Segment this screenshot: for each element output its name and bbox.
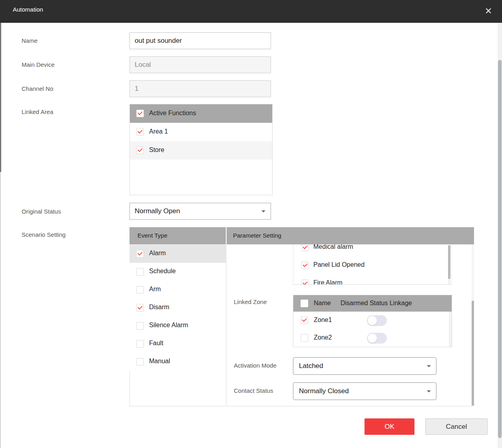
scenario-setting-label: Scenario Setting xyxy=(22,231,66,238)
zone-name-column-label: Name xyxy=(314,300,331,307)
original-status-value: Normally Open xyxy=(135,207,180,215)
scrollbar-thumb[interactable] xyxy=(472,301,474,406)
contact-status-value: Normally Closed xyxy=(299,387,349,395)
checkbox-checked-icon[interactable] xyxy=(136,110,144,117)
toggle-off[interactable] xyxy=(367,333,387,344)
linked-area-header-row[interactable]: Active Functions xyxy=(130,104,272,123)
event-label: Silence Alarm xyxy=(149,322,188,329)
parameter-setting-header-label: Parameter Setting xyxy=(233,232,281,239)
checkbox-icon[interactable] xyxy=(136,268,144,276)
zone-row[interactable]: Zone2 xyxy=(293,329,452,347)
dialog-header: Automation ✕ xyxy=(0,0,502,23)
alarm-option-row[interactable]: Medical alarm xyxy=(293,244,451,256)
chevron-down-icon xyxy=(427,390,431,392)
checkbox-icon[interactable] xyxy=(301,300,308,307)
event-type-header-label: Event Type xyxy=(137,232,167,239)
close-icon[interactable]: ✕ xyxy=(482,5,495,18)
checkbox-checked-icon[interactable] xyxy=(301,262,309,269)
checkbox-checked-icon[interactable] xyxy=(136,128,144,136)
linked-area-row[interactable]: Area 1 xyxy=(130,123,272,141)
scrollbar-thumb[interactable] xyxy=(448,245,450,279)
activation-mode-label: Activation Mode xyxy=(234,362,277,369)
scrollbar-thumb[interactable] xyxy=(498,60,502,438)
zone-row[interactable]: Zone1 xyxy=(293,312,452,329)
original-status-select[interactable]: Normally Open xyxy=(129,203,271,220)
linked-area-header-label: Active Functions xyxy=(149,110,196,117)
activation-mode-value: Latched xyxy=(299,362,323,370)
main-device-input xyxy=(129,56,271,73)
event-row-arm[interactable]: Arm xyxy=(129,281,226,299)
event-label: Alarm xyxy=(149,250,166,257)
linked-area-list: Active Functions Area 1 Store xyxy=(129,104,273,195)
checkbox-icon[interactable] xyxy=(136,286,144,294)
ok-button[interactable]: OK xyxy=(365,418,414,435)
chevron-down-icon xyxy=(261,210,265,212)
event-type-header: Event Type xyxy=(129,227,226,244)
zone-name: Zone1 xyxy=(314,316,332,324)
parameter-setting-header: Parameter Setting xyxy=(227,227,474,244)
contact-status-label: Contact Status xyxy=(234,387,273,394)
linked-zone-header-row: Name Disarmed Status Linkage xyxy=(293,295,452,312)
zone-name: Zone2 xyxy=(314,334,332,341)
name-input[interactable] xyxy=(129,32,271,49)
dialog-title: Automation xyxy=(13,6,43,13)
vertical-scrollbar[interactable] xyxy=(498,23,502,448)
event-row-manual[interactable]: Manual xyxy=(129,353,226,371)
alarm-option-label: Fire Alarm xyxy=(313,279,343,285)
alarm-options-list: Medical alarm Panel Lid Opened Fire Alar… xyxy=(293,244,452,285)
alarm-option-row[interactable]: Panel Lid Opened xyxy=(293,256,451,274)
event-label: Schedule xyxy=(149,268,176,275)
alarm-option-label: Medical alarm xyxy=(313,244,353,250)
contact-status-select[interactable]: Normally Closed xyxy=(293,382,436,400)
checkbox-icon[interactable] xyxy=(136,340,144,348)
page-edge-strip xyxy=(0,23,1,172)
checkbox-checked-icon[interactable] xyxy=(136,146,144,154)
column-divider xyxy=(226,244,227,406)
scenario-table: Event Type Parameter Setting Alarm Sched… xyxy=(129,227,474,406)
event-label: Arm xyxy=(149,286,161,293)
event-label: Fault xyxy=(149,340,163,347)
cancel-button[interactable]: Cancel xyxy=(425,418,488,435)
original-status-label: Original Status xyxy=(22,208,61,215)
area-label: Store xyxy=(149,146,164,154)
alarm-option-row[interactable]: Fire Alarm xyxy=(293,274,451,285)
alarm-option-label: Panel Lid Opened xyxy=(313,261,365,268)
event-label: Disarm xyxy=(149,304,169,311)
activation-mode-select[interactable]: Latched xyxy=(293,357,436,375)
linked-zone-table: Name Disarmed Status Linkage Zone1 Zone2 xyxy=(293,295,452,347)
checkbox-checked-icon[interactable] xyxy=(301,316,308,324)
checkbox-checked-icon[interactable] xyxy=(136,250,144,258)
toggle-knob xyxy=(368,334,377,343)
checkbox-icon[interactable] xyxy=(136,322,144,330)
event-row-disarm[interactable]: Disarm xyxy=(129,299,226,317)
alarm-list-scrollbar[interactable] xyxy=(448,245,450,284)
event-row-fault[interactable]: Fault xyxy=(129,335,226,353)
name-label: Name xyxy=(22,37,38,44)
linked-area-label: Linked Area xyxy=(22,108,53,115)
toggle-knob xyxy=(368,316,377,325)
channel-no-input xyxy=(129,80,271,97)
toggle-off[interactable] xyxy=(367,315,387,326)
checkbox-icon[interactable] xyxy=(136,358,144,366)
linked-area-row[interactable]: Store xyxy=(130,141,272,160)
channel-no-label: Channel No xyxy=(22,85,53,92)
event-row-silence-alarm[interactable]: Silence Alarm xyxy=(129,317,226,335)
chevron-down-icon xyxy=(427,365,431,367)
event-row-alarm[interactable]: Alarm xyxy=(129,245,226,263)
area-label: Area 1 xyxy=(149,128,168,135)
checkbox-checked-icon[interactable] xyxy=(301,244,309,251)
checkbox-icon[interactable] xyxy=(301,334,308,342)
linked-zone-label: Linked Zone xyxy=(234,298,267,305)
event-label: Manual xyxy=(149,358,170,365)
checkbox-checked-icon[interactable] xyxy=(301,280,309,285)
zone-table-scroll-gutter xyxy=(449,312,452,347)
event-type-list: Alarm Schedule Arm Disarm Silence Alarm … xyxy=(129,245,226,371)
parameter-panel-scrollbar[interactable] xyxy=(472,244,474,406)
disarmed-status-column-label: Disarmed Status Linkage xyxy=(341,300,412,307)
main-device-label: Main Device xyxy=(22,61,55,68)
checkbox-checked-icon[interactable] xyxy=(136,304,144,312)
event-row-schedule[interactable]: Schedule xyxy=(129,263,226,281)
